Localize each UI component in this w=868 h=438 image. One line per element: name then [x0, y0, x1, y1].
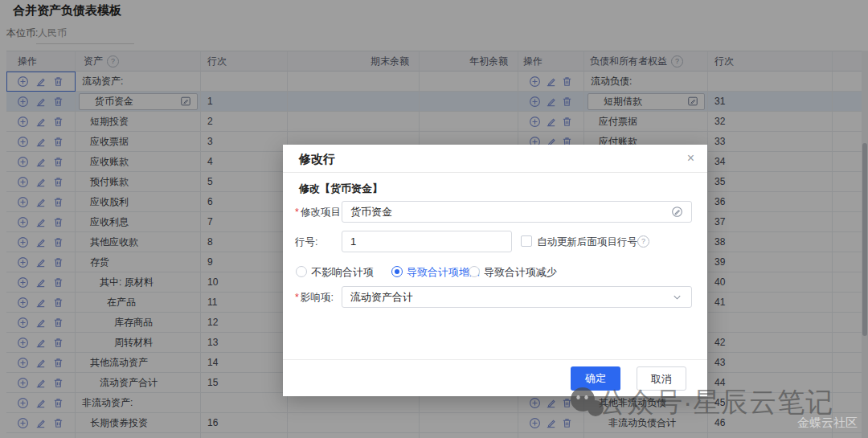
modify-item-field[interactable]: 货币资金	[342, 201, 692, 223]
cancel-button[interactable]: 取消	[637, 366, 686, 391]
dialog-title: 修改行	[299, 152, 335, 167]
modify-row-dialog: 修改行 × 修改【货币资金】 修改项目 货币资金 行号: 1 自动更新后面项目行…	[283, 145, 707, 396]
app-window: 合并资产负债表模板 本位币: 人民币 操作资产?行次期末余额年初余额操作负债和所…	[0, 0, 868, 438]
ok-button[interactable]: 确定	[571, 366, 620, 391]
radio-no-effect-label: 不影响合计项	[311, 265, 374, 280]
row-number-value: 1	[350, 235, 503, 248]
radio-decrease-total[interactable]	[469, 266, 480, 277]
auto-update-label: 自动更新后面项目行号	[537, 235, 637, 249]
affect-item-select[interactable]: 流动资产合计	[342, 286, 692, 308]
modify-item-label: 修改项目	[295, 206, 341, 219]
affect-item-value: 流动资产合计	[350, 290, 671, 305]
radio-no-effect[interactable]	[296, 266, 307, 277]
row-number-field[interactable]: 1	[342, 231, 512, 252]
affect-item-label: 影响项:	[295, 291, 334, 305]
radio-increase-total[interactable]	[391, 266, 403, 277]
dialog-header: 修改行 ×	[283, 145, 707, 173]
edit-circle-icon[interactable]	[671, 206, 683, 218]
auto-update-checkbox[interactable]	[521, 235, 532, 247]
radio-decrease-total-label: 导致合计项减少	[484, 265, 557, 280]
dialog-footer: 确定 取消	[283, 359, 707, 397]
close-icon[interactable]: ×	[687, 151, 694, 166]
help-icon[interactable]: ?	[637, 235, 649, 248]
modify-item-value: 货币资金	[350, 205, 671, 219]
dialog-subtitle: 修改【货币资金】	[299, 182, 383, 196]
chevron-down-icon	[671, 291, 683, 303]
row-number-label: 行号:	[295, 235, 317, 249]
